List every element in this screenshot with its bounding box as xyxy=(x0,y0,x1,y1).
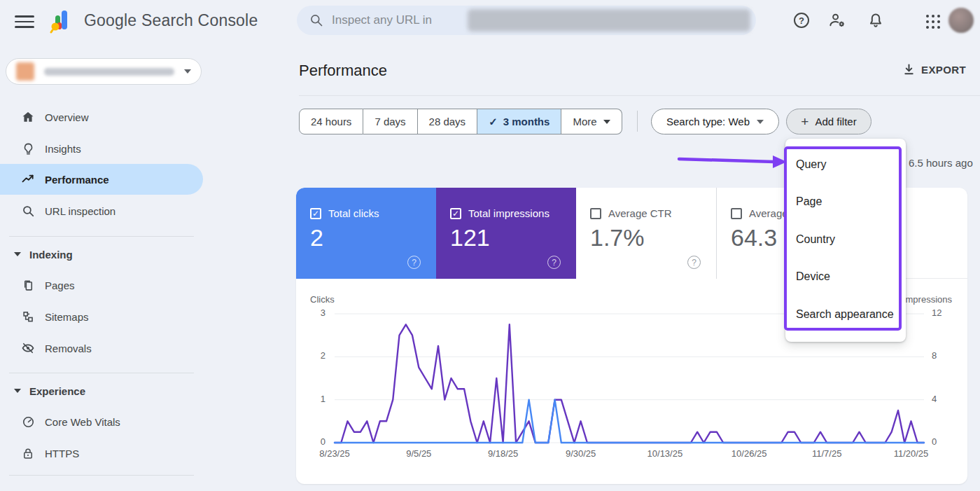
export-button[interactable]: EXPORT xyxy=(903,63,966,76)
url-inspection-search-bar[interactable]: Inspect any URL in xyxy=(297,6,756,35)
x-axis-tick: 11/20/25 xyxy=(883,448,939,459)
search-icon xyxy=(309,13,323,27)
y-axis-tick-impressions: 4 xyxy=(932,394,937,404)
search-placeholder: Inspect any URL in xyxy=(332,13,432,27)
google-apps-grid-icon[interactable] xyxy=(924,13,942,31)
y-axis-tick-impressions: 12 xyxy=(932,307,941,318)
chevron-down-icon xyxy=(14,252,21,256)
download-icon xyxy=(903,63,915,76)
chevron-down-icon xyxy=(184,69,191,74)
add-filter-button[interactable]: + Add filter xyxy=(786,109,872,134)
x-axis-tick: 9/18/25 xyxy=(475,448,531,459)
menu-item-query[interactable]: Query xyxy=(785,146,906,184)
date-range-more[interactable]: More xyxy=(561,109,622,134)
x-axis-tick: 9/5/25 xyxy=(391,448,447,459)
chevron-down-icon xyxy=(603,120,610,124)
sidebar-item-performance[interactable]: Performance xyxy=(0,164,203,195)
user-settings-icon[interactable] xyxy=(828,11,846,29)
hamburger-menu-icon[interactable] xyxy=(14,14,35,29)
menu-item-country[interactable]: Country xyxy=(785,221,906,258)
sidebar-section-indexing[interactable]: Indexing xyxy=(14,246,73,263)
search-type-button[interactable]: Search type: Web xyxy=(651,109,779,134)
y-axis-tick-clicks: 2 xyxy=(304,350,326,361)
y-axis-tick-clicks: 0 xyxy=(304,436,326,447)
pages-icon xyxy=(21,278,35,292)
y-axis-tick-impressions: 8 xyxy=(932,350,937,361)
annotation-arrow xyxy=(671,150,791,174)
app-title: Google Search Console xyxy=(84,11,258,30)
lock-icon xyxy=(21,446,35,460)
divider xyxy=(299,95,980,96)
sidebar-item-removals[interactable]: Removals xyxy=(0,333,203,364)
date-range-24-hours[interactable]: 24 hours xyxy=(299,109,363,134)
sitemap-tree-icon xyxy=(21,310,35,324)
sidebar-item-insights[interactable]: Insights xyxy=(0,133,203,164)
chevron-down-icon xyxy=(14,389,21,393)
date-range-28-days[interactable]: 28 days xyxy=(418,109,478,134)
redacted-property-url xyxy=(468,9,750,32)
property-selector[interactable] xyxy=(6,58,202,85)
last-updated-text: 6.5 hours ago xyxy=(909,157,973,169)
trend-icon xyxy=(21,172,35,186)
help-icon[interactable]: ? xyxy=(792,11,811,29)
sidebar-divider xyxy=(9,373,194,373)
plus-icon: + xyxy=(801,114,808,130)
date-range-7-days[interactable]: 7 days xyxy=(363,109,417,134)
magnifier-icon xyxy=(21,204,35,218)
menu-item-page[interactable]: Page xyxy=(785,184,906,221)
sidebar-section-experience[interactable]: Experience xyxy=(14,382,85,399)
date-range-3-months[interactable]: ✓3 months xyxy=(477,109,561,134)
x-axis-tick: 10/26/25 xyxy=(721,448,777,459)
property-avatar xyxy=(16,62,34,81)
y-axis-tick-clicks: 3 xyxy=(304,307,326,318)
y-axis-tick-impressions: 0 xyxy=(932,436,937,447)
sidebar-item-core-web-vitals[interactable]: Core Web Vitals xyxy=(0,406,203,437)
chevron-down-icon xyxy=(757,120,764,124)
date-range-control: 24 hours 7 days 28 days ✓3 months More xyxy=(299,109,622,134)
x-axis-tick: 11/7/25 xyxy=(799,448,855,459)
speedometer-icon xyxy=(21,415,35,429)
sidebar-divider xyxy=(9,236,194,237)
redacted-property-name xyxy=(44,68,174,76)
sidebar-item-pages[interactable]: Pages xyxy=(0,270,203,300)
x-axis-tick: 10/13/25 xyxy=(637,448,693,459)
x-axis-tick: 9/30/25 xyxy=(553,448,609,459)
menu-item-search-appearance[interactable]: Search appearance xyxy=(785,296,906,333)
eye-off-icon xyxy=(21,341,35,355)
page-title: Performance xyxy=(299,62,387,80)
x-axis-tick: 8/23/25 xyxy=(307,448,363,459)
search-console-logo-icon xyxy=(49,8,76,34)
account-avatar[interactable] xyxy=(948,8,974,33)
y-axis-tick-clicks: 1 xyxy=(304,394,326,404)
notifications-bell-icon[interactable] xyxy=(867,11,885,29)
sidebar-item-https[interactable]: HTTPS xyxy=(0,438,203,469)
menu-item-device[interactable]: Device xyxy=(785,258,906,296)
home-icon xyxy=(21,110,35,124)
add-filter-dropdown-menu: Query Page Country Device Search appeara… xyxy=(785,139,906,342)
sidebar-item-sitemaps[interactable]: Sitemaps xyxy=(0,301,203,332)
sidebar-divider xyxy=(9,475,194,476)
divider xyxy=(637,111,638,132)
lightbulb-icon xyxy=(21,141,35,155)
check-icon: ✓ xyxy=(489,116,498,128)
sidebar-item-url-inspection[interactable]: URL inspection xyxy=(0,195,203,226)
sidebar-item-overview[interactable]: Overview xyxy=(0,102,203,132)
